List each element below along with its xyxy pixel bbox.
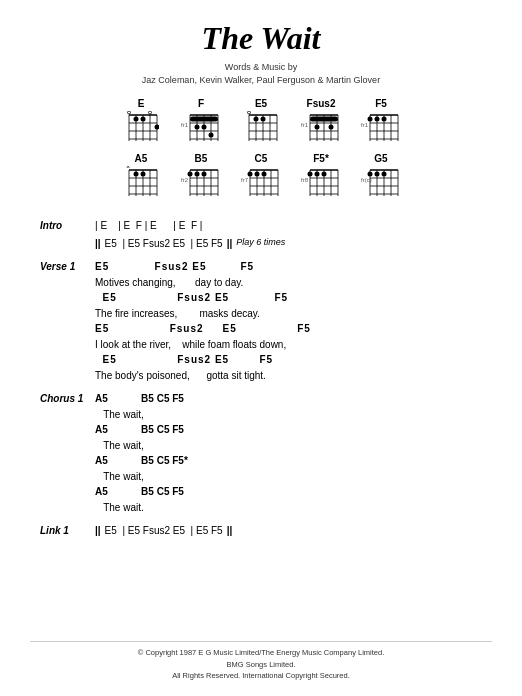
svg-point-127: [368, 172, 373, 177]
svg-point-90: [202, 172, 207, 177]
svg-text:fr2: fr2: [181, 177, 189, 183]
svg-point-11: [155, 125, 160, 130]
svg-rect-24: [190, 117, 218, 122]
chord-F: F fr1: [175, 98, 227, 147]
svg-point-38: [261, 117, 266, 122]
svg-point-114: [308, 172, 313, 177]
chord-F5: F5 fr1: [355, 98, 407, 147]
svg-rect-50: [310, 117, 338, 122]
svg-point-51: [315, 125, 320, 130]
chord-A5: A5 ×: [115, 153, 167, 202]
chord-diagrams: E: [30, 98, 492, 208]
verse1-content: E5 Fsus2 E5 F5 Motives changing, day to …: [95, 259, 482, 383]
chorus1-section: Chorus 1 A5 B5 C5 F5 The wait, A5 B5 C5 …: [40, 391, 482, 515]
svg-point-116: [322, 172, 327, 177]
svg-point-25: [195, 125, 200, 130]
svg-text:fr1: fr1: [301, 122, 309, 128]
verse1-section: Verse 1 E5 Fsus2 E5 F5 Motives changing,…: [40, 259, 482, 383]
svg-point-27: [209, 133, 214, 138]
link1-content: || E5 | E5 Fsus2 E5 | E5 F5 ||: [95, 523, 482, 539]
svg-point-88: [188, 172, 193, 177]
svg-text:fr1: fr1: [181, 122, 189, 128]
chorus1-label: Chorus 1: [40, 391, 95, 515]
svg-point-129: [382, 172, 387, 177]
svg-point-10: [141, 117, 146, 122]
svg-text:fr8: fr8: [301, 177, 309, 183]
chord-E5: E5: [235, 98, 287, 147]
svg-text:×: ×: [126, 166, 130, 170]
svg-point-101: [248, 172, 253, 177]
chorus1-content: A5 B5 C5 F5 The wait, A5 B5 C5 F5 The wa…: [95, 391, 482, 515]
verse1-label: Verse 1: [40, 259, 95, 383]
svg-point-103: [262, 172, 267, 177]
footer: © Copyright 1987 E G Music Limited/The E…: [30, 641, 492, 681]
svg-point-63: [368, 117, 373, 122]
intro-content: | E | E F | E | E F | || E5 | E5 Fsus2 E…: [95, 218, 482, 251]
chord-row-2: A5 × B5: [115, 153, 407, 202]
chord-B5: B5 fr2: [175, 153, 227, 202]
svg-point-75: [134, 172, 139, 177]
svg-point-76: [141, 172, 146, 177]
svg-text:fr7: fr7: [241, 177, 249, 183]
svg-point-37: [254, 117, 259, 122]
chord-E: E: [115, 98, 167, 147]
svg-point-9: [134, 117, 139, 122]
subtitle: Words & Music by Jaz Coleman, Kevin Walk…: [142, 61, 380, 86]
svg-point-65: [382, 117, 387, 122]
svg-point-102: [255, 172, 260, 177]
svg-point-39: [248, 111, 251, 114]
chord-F5star: F5* fr8: [295, 153, 347, 202]
svg-point-64: [375, 117, 380, 122]
page-title: The Wait: [202, 20, 321, 57]
link1-section: Link 1 || E5 | E5 Fsus2 E5 | E5 F5 ||: [40, 523, 482, 539]
chord-Fsus2: Fsus2 fr1: [295, 98, 347, 147]
svg-point-13: [149, 111, 152, 114]
chord-G5: G5 fr(c): [355, 153, 407, 202]
svg-point-52: [329, 125, 334, 130]
chord-C5: C5 fr7: [235, 153, 287, 202]
svg-point-12: [128, 111, 131, 114]
chord-row-1: E: [115, 98, 407, 147]
intro-section: Intro | E | E F | E | E F | || E5 | E5 F…: [40, 218, 482, 251]
svg-text:fr1: fr1: [361, 122, 369, 128]
svg-point-128: [375, 172, 380, 177]
song-content: Intro | E | E F | E | E F | || E5 | E5 F…: [30, 218, 492, 637]
svg-point-26: [202, 125, 207, 130]
svg-point-115: [315, 172, 320, 177]
intro-label: Intro: [40, 218, 95, 251]
link1-label: Link 1: [40, 523, 95, 539]
svg-point-89: [195, 172, 200, 177]
